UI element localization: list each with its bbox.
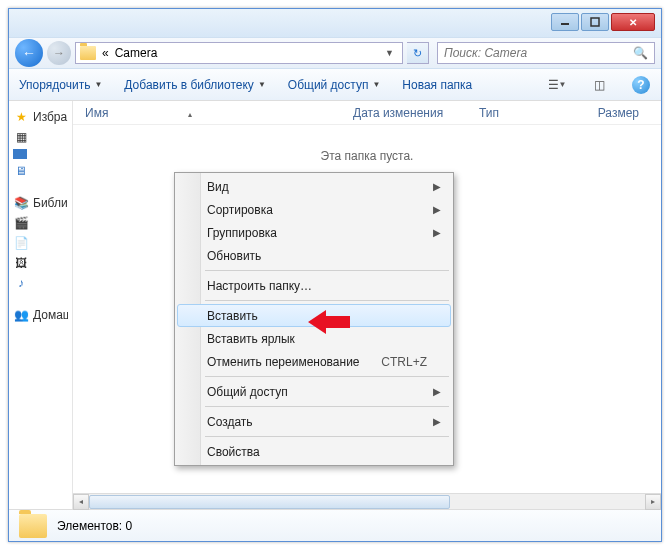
status-text: Элементов: 0 xyxy=(57,519,132,533)
submenu-arrow-icon: ▶ xyxy=(433,227,441,238)
preview-pane-button[interactable]: ◫ xyxy=(589,75,609,95)
column-type[interactable]: Тип xyxy=(479,106,579,120)
svg-rect-1 xyxy=(591,18,599,26)
document-icon: 📄 xyxy=(13,235,29,251)
sidebar-item[interactable]: ♪ xyxy=(13,273,68,293)
sidebar-item[interactable]: 📄 xyxy=(13,233,68,253)
new-folder-button[interactable]: Новая папка xyxy=(402,78,472,92)
sidebar-favorites[interactable]: ★Избранное xyxy=(13,107,68,127)
help-button[interactable]: ? xyxy=(631,75,651,95)
context-view[interactable]: Вид▶ xyxy=(177,175,451,198)
music-icon: ♪ xyxy=(13,275,29,291)
menu-separator xyxy=(205,376,449,377)
address-dropdown-icon[interactable]: ▼ xyxy=(381,48,398,58)
monitor-icon: 🖥 xyxy=(13,163,29,179)
navigation-pane: ★Избранное ▦ 🖥 📚Библиотеки 🎬 📄 🖼 ♪ 👥Дома… xyxy=(9,101,73,509)
submenu-arrow-icon: ▶ xyxy=(433,416,441,427)
submenu-arrow-icon: ▶ xyxy=(433,181,441,192)
sort-indicator-icon: ▴ xyxy=(188,110,192,119)
context-customize[interactable]: Настроить папку… xyxy=(177,274,451,297)
keyboard-shortcut: CTRL+Z xyxy=(381,355,427,369)
column-size[interactable]: Размер xyxy=(579,106,649,120)
maximize-button[interactable] xyxy=(581,13,609,31)
minimize-button[interactable] xyxy=(551,13,579,31)
horizontal-scrollbar[interactable]: ◂ ▸ xyxy=(73,493,661,509)
include-library-menu[interactable]: Добавить в библиотеку▼ xyxy=(124,78,265,92)
status-bar: Элементов: 0 xyxy=(9,509,661,541)
breadcrumb-prefix: « xyxy=(102,46,109,60)
search-input[interactable] xyxy=(444,46,633,60)
context-refresh[interactable]: Обновить xyxy=(177,244,451,267)
folder-icon xyxy=(19,514,47,538)
column-name[interactable]: Имя▴ xyxy=(85,106,353,120)
search-icon[interactable]: 🔍 xyxy=(633,46,648,60)
sidebar-homegroup[interactable]: 👥Домашняя группа xyxy=(13,305,68,325)
scroll-right-button[interactable]: ▸ xyxy=(645,494,661,510)
search-box[interactable]: 🔍 xyxy=(437,42,655,64)
sidebar-libraries[interactable]: 📚Библиотеки xyxy=(13,193,68,213)
close-button[interactable]: ✕ xyxy=(611,13,655,31)
titlebar: ✕ xyxy=(9,9,661,37)
column-date[interactable]: Дата изменения xyxy=(353,106,479,120)
column-headers: Имя▴ Дата изменения Тип Размер xyxy=(73,101,661,125)
menu-separator xyxy=(205,406,449,407)
context-undo-rename[interactable]: Отменить переименованиеCTRL+Z xyxy=(177,350,451,373)
video-icon: 🎬 xyxy=(13,215,29,231)
sidebar-item[interactable]: 🖼 xyxy=(13,253,68,273)
generic-icon: ▦ xyxy=(13,129,29,145)
homegroup-icon: 👥 xyxy=(13,307,29,323)
organize-menu[interactable]: Упорядочить▼ xyxy=(19,78,102,92)
help-icon: ? xyxy=(632,76,650,94)
submenu-arrow-icon: ▶ xyxy=(433,386,441,397)
scroll-track[interactable] xyxy=(89,494,645,509)
context-paste[interactable]: Вставить xyxy=(177,304,451,327)
libraries-icon: 📚 xyxy=(13,195,29,211)
context-group[interactable]: Группировка▶ xyxy=(177,221,451,244)
folder-icon xyxy=(80,46,96,60)
view-options-button[interactable]: ☰ ▼ xyxy=(547,75,567,95)
sidebar-item[interactable]: 🖥 xyxy=(13,161,68,181)
context-paste-shortcut[interactable]: Вставить ярлык xyxy=(177,327,451,350)
navigation-bar: ← → « Camera ▼ ↻ 🔍 xyxy=(9,37,661,69)
star-icon: ★ xyxy=(13,109,29,125)
forward-button[interactable]: → xyxy=(47,41,71,65)
picture-icon: 🖼 xyxy=(13,255,29,271)
context-properties[interactable]: Свойства xyxy=(177,440,451,463)
scroll-left-button[interactable]: ◂ xyxy=(73,494,89,510)
sidebar-item[interactable]: 🎬 xyxy=(13,213,68,233)
submenu-arrow-icon: ▶ xyxy=(433,204,441,215)
breadcrumb-folder[interactable]: Camera xyxy=(115,46,158,60)
share-menu[interactable]: Общий доступ▼ xyxy=(288,78,381,92)
desktop-icon xyxy=(13,149,27,159)
menu-separator xyxy=(205,436,449,437)
scroll-thumb[interactable] xyxy=(89,495,450,509)
menu-separator xyxy=(205,300,449,301)
sidebar-item[interactable] xyxy=(13,147,68,161)
sidebar-item[interactable]: ▦ xyxy=(13,127,68,147)
menu-separator xyxy=(205,270,449,271)
context-menu: Вид▶ Сортировка▶ Группировка▶ Обновить Н… xyxy=(174,172,454,466)
address-bar[interactable]: « Camera ▼ xyxy=(75,42,403,64)
refresh-button[interactable]: ↻ xyxy=(407,42,429,64)
context-sort[interactable]: Сортировка▶ xyxy=(177,198,451,221)
back-button[interactable]: ← xyxy=(15,39,43,67)
command-bar: Упорядочить▼ Добавить в библиотеку▼ Общи… xyxy=(9,69,661,101)
context-new[interactable]: Создать▶ xyxy=(177,410,451,433)
context-share[interactable]: Общий доступ▶ xyxy=(177,380,451,403)
